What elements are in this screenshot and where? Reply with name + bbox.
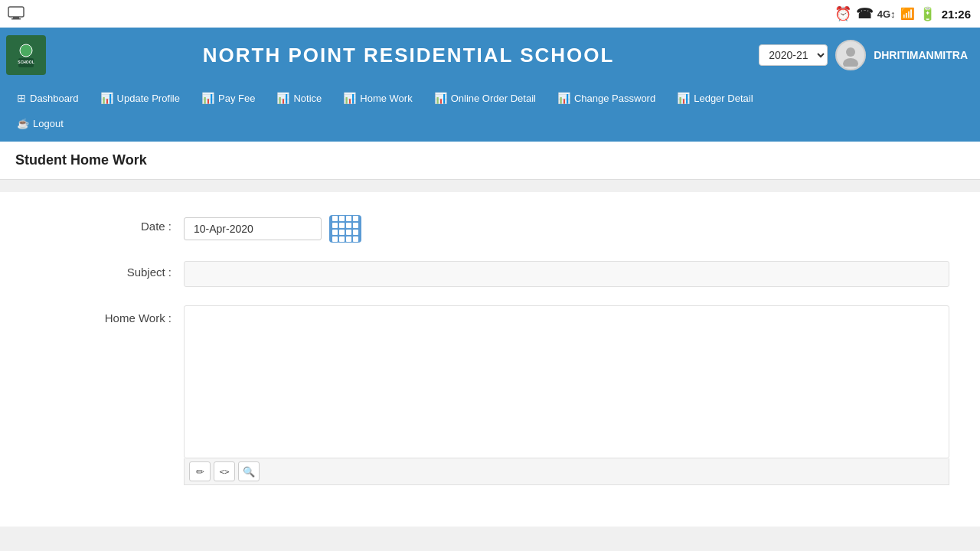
ledger-icon: 📊 bbox=[677, 92, 690, 104]
header-right: 2020-21 2019-20 2018-19 DHRITIMANMITRA bbox=[759, 40, 968, 70]
notice-icon: 📊 bbox=[276, 92, 289, 104]
calendar-icon bbox=[329, 213, 361, 245]
status-icons: ⏰ ☎ 4G↕ 📶 🔋 bbox=[835, 5, 936, 22]
school-logo: SCHOOL bbox=[6, 35, 46, 75]
nav-change-password[interactable]: 📊 Change Password bbox=[547, 86, 666, 110]
nav-homework[interactable]: 📊 Home Work bbox=[332, 86, 423, 110]
time-display: 21:26 bbox=[942, 8, 971, 21]
code-icon: <> bbox=[219, 467, 229, 477]
network-icon: 4G↕ bbox=[877, 8, 896, 20]
pay-fee-icon: 📊 bbox=[201, 92, 214, 104]
user-avatar bbox=[835, 40, 866, 70]
date-input[interactable] bbox=[184, 217, 322, 240]
nav-dashboard[interactable]: ⊞ Dashboard bbox=[6, 86, 90, 110]
subject-field bbox=[184, 261, 949, 287]
school-name: NORTH POINT RESIDENTIAL SCHOOL bbox=[58, 44, 759, 67]
search-icon: 🔍 bbox=[243, 466, 255, 478]
svg-point-8 bbox=[843, 58, 858, 67]
svg-point-4 bbox=[20, 44, 32, 57]
username: DHRITIMANMITRA bbox=[874, 49, 968, 61]
nav-bar: ⊞ Dashboard 📊 Update Profile 📊 Pay Fee 📊… bbox=[0, 81, 980, 110]
nav-update-profile[interactable]: 📊 Update Profile bbox=[90, 86, 191, 110]
homework-icon: 📊 bbox=[343, 92, 356, 104]
calendar-button[interactable] bbox=[329, 215, 361, 243]
homework-field-wrapper: ✏ <> 🔍 bbox=[184, 305, 949, 485]
logout-icon: ☕ bbox=[17, 118, 29, 129]
svg-rect-0 bbox=[8, 7, 24, 17]
online-order-icon: 📊 bbox=[434, 92, 447, 104]
date-field bbox=[184, 215, 949, 243]
header-nav: SCHOOL NORTH POINT RESIDENTIAL SCHOOL 20… bbox=[0, 28, 980, 142]
svg-rect-2 bbox=[11, 18, 21, 20]
page-title: Student Home Work bbox=[15, 152, 147, 168]
editor-pencil-button[interactable]: ✏ bbox=[189, 461, 211, 481]
homework-row: Home Work : ✏ <> 🔍 bbox=[31, 305, 949, 485]
svg-rect-1 bbox=[13, 17, 19, 18]
dashboard-icon: ⊞ bbox=[17, 92, 26, 104]
nav-bar-2: ☕ Logout bbox=[0, 110, 980, 142]
editor-search-button[interactable]: 🔍 bbox=[238, 461, 260, 481]
svg-point-7 bbox=[846, 47, 855, 57]
form-area: Date : Subject : Home Work : bbox=[0, 192, 980, 527]
page-title-bar: Student Home Work bbox=[0, 142, 980, 180]
subject-label: Subject : bbox=[31, 261, 184, 279]
school-title-bar: SCHOOL NORTH POINT RESIDENTIAL SCHOOL 20… bbox=[0, 28, 980, 81]
signal-icon: 📶 bbox=[900, 7, 915, 21]
update-profile-icon: 📊 bbox=[100, 92, 113, 104]
change-password-icon: 📊 bbox=[557, 92, 570, 104]
screen-icon bbox=[0, 6, 24, 22]
date-row: Date : bbox=[31, 215, 949, 243]
date-input-row bbox=[184, 215, 949, 243]
alarm-icon: ⏰ bbox=[835, 5, 851, 22]
year-select[interactable]: 2020-21 2019-20 2018-19 bbox=[759, 44, 828, 66]
subject-row: Subject : bbox=[31, 261, 949, 287]
homework-textarea[interactable] bbox=[184, 305, 949, 458]
phone-icon: ☎ bbox=[856, 5, 873, 22]
nav-pay-fee[interactable]: 📊 Pay Fee bbox=[191, 86, 266, 110]
nav-online-order[interactable]: 📊 Online Order Detail bbox=[423, 86, 547, 110]
editor-toolbar: ✏ <> 🔍 bbox=[184, 458, 949, 485]
nav-notice[interactable]: 📊 Notice bbox=[266, 86, 332, 110]
battery-icon: 🔋 bbox=[920, 6, 936, 22]
nav-ledger-detail[interactable]: 📊 Ledger Detail bbox=[666, 86, 763, 110]
status-bar: ⏰ ☎ 4G↕ 📶 🔋 21:26 bbox=[0, 0, 980, 28]
svg-text:SCHOOL: SCHOOL bbox=[18, 60, 34, 64]
date-label: Date : bbox=[31, 215, 184, 233]
editor-code-button[interactable]: <> bbox=[214, 461, 235, 481]
nav-logout[interactable]: ☕ Logout bbox=[6, 113, 74, 134]
homework-label: Home Work : bbox=[31, 305, 184, 324]
pencil-icon: ✏ bbox=[196, 466, 204, 478]
subject-input[interactable] bbox=[184, 261, 949, 287]
